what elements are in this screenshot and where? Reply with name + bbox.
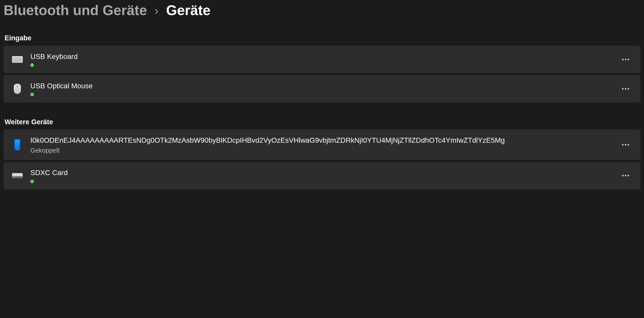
keyboard-icon	[11, 54, 23, 65]
device-row-sdxc-card[interactable]: SDXC Card	[4, 162, 640, 189]
device-name: SDXC Card	[30, 168, 615, 178]
mouse-icon	[11, 83, 23, 95]
device-row-usb-optical-mouse[interactable]: USB Optical Mouse	[4, 75, 640, 102]
breadcrumb: Bluetooth und Geräte › Geräte	[4, 0, 640, 18]
device-status	[30, 93, 615, 96]
device-info: USB Keyboard	[30, 52, 615, 67]
device-status-text: Gekoppelt	[30, 147, 615, 154]
device-status	[30, 63, 615, 67]
breadcrumb-current: Geräte	[166, 2, 210, 18]
status-dot-icon	[30, 180, 34, 183]
storage-drive-icon	[11, 170, 23, 181]
device-info: I0k0ODEnEJ4AAAAAAAAARTEsNDg0OTk2MzAsbW90…	[30, 136, 615, 154]
device-name: USB Optical Mouse	[30, 81, 615, 91]
more-icon	[622, 144, 629, 145]
device-row-usb-keyboard[interactable]: USB Keyboard	[4, 46, 640, 73]
more-options-button[interactable]	[620, 139, 631, 150]
section-header-input: Eingabe	[5, 34, 640, 42]
device-name: I0k0ODEnEJ4AAAAAAAAARTEsNDg0OTk2MzAsbW90…	[30, 136, 615, 145]
chevron-right-icon: ›	[155, 4, 158, 17]
phone-icon	[11, 139, 23, 151]
more-icon	[622, 175, 629, 176]
more-options-button[interactable]	[620, 170, 631, 181]
more-icon	[622, 88, 629, 90]
more-icon	[622, 59, 629, 60]
status-dot-icon	[30, 63, 34, 67]
breadcrumb-parent[interactable]: Bluetooth und Geräte	[4, 2, 147, 18]
more-options-button[interactable]	[620, 54, 631, 65]
device-name: USB Keyboard	[30, 52, 615, 62]
device-row-paired-phone[interactable]: I0k0ODEnEJ4AAAAAAAAARTEsNDg0OTk2MzAsbW90…	[4, 130, 640, 160]
section-header-other: Weitere Geräte	[5, 118, 640, 126]
device-info: SDXC Card	[30, 168, 615, 183]
more-options-button[interactable]	[620, 83, 631, 94]
device-info: USB Optical Mouse	[30, 81, 615, 96]
device-status	[30, 180, 615, 183]
status-dot-icon	[30, 93, 34, 96]
